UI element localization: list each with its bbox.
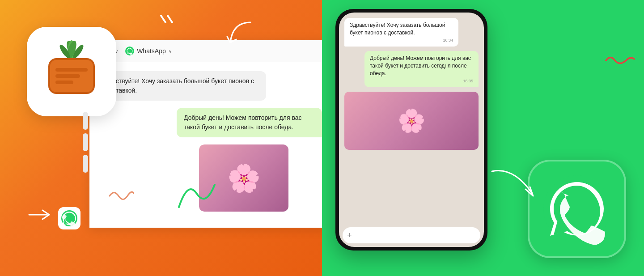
phone-input-bar: + — [343, 227, 480, 243]
message-received-1-text: равствуйте! Хочу заказать большой букет … — [106, 77, 254, 94]
whatsapp-header-icon — [125, 47, 134, 55]
phone-msg-received-1-text: Здравствуйте! Хочу заказать большой буке… — [350, 22, 445, 36]
whatsapp-big-icon — [528, 160, 626, 258]
message-received-1: равствуйте! Хочу заказать большой букет … — [98, 71, 266, 101]
sidebar-dots — [83, 112, 88, 173]
phone-msg-received-1-time: 16:34 — [350, 38, 453, 43]
phone-screen: Здравствуйте! Хочу заказать большой буке… — [339, 13, 484, 247]
phone-msg-sent-1-time: 16:35 — [370, 78, 473, 84]
svg-rect-8 — [55, 74, 80, 78]
whatsapp-logo-svg — [541, 173, 613, 245]
phone-mockup: Здравствуйте! Хочу заказать большой буке… — [335, 9, 487, 251]
deco-squiggle-red — [604, 54, 635, 69]
phone-plus-icon[interactable]: + — [347, 231, 352, 240]
deco-squiggle-green-left — [174, 171, 219, 218]
phone-flower-image: 🌸 — [344, 92, 479, 150]
whatsapp-small-icon — [58, 207, 80, 231]
carrot-app-icon — [27, 27, 116, 116]
message-sent-1: Добрый день! Можем повторить для вас так… — [177, 108, 322, 137]
phone-chat: Здравствуйте! Хочу заказать большой буке… — [339, 13, 484, 247]
phone-msg-sent-1-text: Добрый день! Можем повторить для вас так… — [370, 55, 471, 76]
deco-arrow-down — [224, 18, 259, 55]
message-sent-1-text: Добрый день! Можем повторить для вас так… — [184, 114, 302, 131]
left-section: рина ∨ WhatsApp ∨ равствуйте! Хочу заказ… — [0, 0, 322, 276]
phone-msg-sent-1: Добрый день! Можем повторить для вас так… — [364, 51, 479, 87]
chat-header: рина ∨ WhatsApp ∨ — [89, 40, 322, 62]
right-section: Здравствуйте! Хочу заказать большой буке… — [322, 0, 644, 276]
arrow-curved-to-whatsapp — [487, 167, 541, 204]
arrow-right-icon — [27, 208, 54, 223]
deco-squiggle-orange — [107, 187, 134, 207]
deco-lines-top — [152, 13, 179, 51]
svg-line-12 — [161, 16, 165, 22]
svg-line-13 — [168, 16, 172, 22]
svg-rect-9 — [55, 81, 73, 84]
svg-rect-7 — [55, 68, 88, 72]
phone-msg-received-1: Здравствуйте! Хочу заказать большой буке… — [344, 18, 458, 47]
